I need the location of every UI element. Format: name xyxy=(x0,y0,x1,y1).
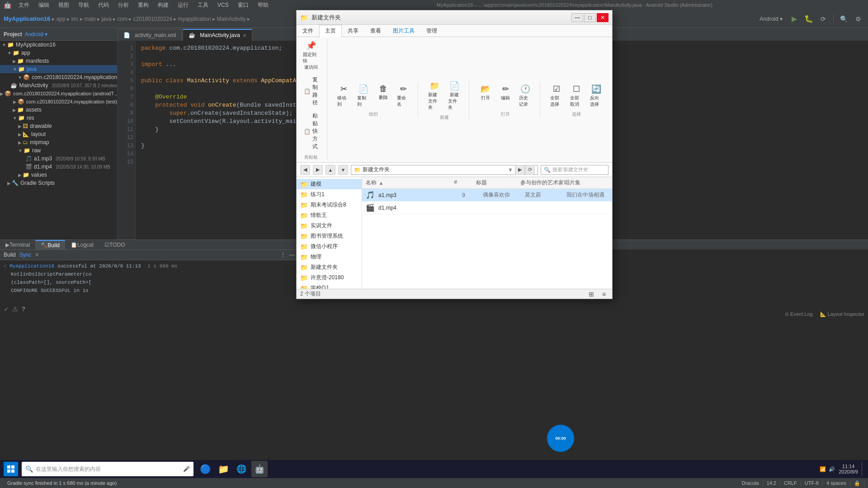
fm-rename-button[interactable]: ✏ 重命名 xyxy=(394,82,412,109)
fm-history-button[interactable]: 🕐 历史记录 xyxy=(516,82,534,109)
build-panel-menu-icon[interactable]: ⋮ xyxy=(280,252,286,258)
status-line-col[interactable]: 14:2 xyxy=(763,480,780,486)
menu-view[interactable]: 视图 xyxy=(57,0,71,10)
fm-sidebar-item-jianzhu[interactable]: 📁 建模 xyxy=(297,179,362,189)
fm-forward-button[interactable]: ▶ xyxy=(313,165,323,175)
sync-label[interactable]: Sync xyxy=(19,252,32,258)
fm-close-button[interactable]: ✕ xyxy=(597,13,609,22)
fm-recent-button[interactable]: ▼ xyxy=(338,165,348,175)
build-panel-minimize-icon[interactable]: — xyxy=(289,252,295,258)
fm-tab-view[interactable]: 查看 xyxy=(364,25,387,37)
run-button[interactable]: ▶ xyxy=(788,13,801,25)
menu-window[interactable]: 窗口 xyxy=(236,0,250,10)
tab-activity-main-xml[interactable]: 📄 activity_main.xml xyxy=(118,29,182,41)
fm-delete-button[interactable]: 🗑 删除 xyxy=(374,82,392,109)
fm-sidebar-item-newdir[interactable]: 📁 新建文件夹 xyxy=(297,262,362,272)
voice-search-icon[interactable]: 🎤 xyxy=(183,466,190,472)
tree-mipmap[interactable]: ▶ 🗂 mipmap xyxy=(0,138,117,146)
fm-copy-path-button[interactable]: 📋 复制路径 xyxy=(300,74,321,108)
fm-edit-button[interactable]: ✏ 编辑 xyxy=(496,82,514,109)
fm-sidebar-item-qingge[interactable]: 📁 情歌王 xyxy=(297,210,362,221)
tab-terminal[interactable]: ▶ Terminal xyxy=(0,240,35,249)
menu-help[interactable]: 帮助 xyxy=(256,0,270,10)
event-log-link[interactable]: ⊙ Event Log xyxy=(785,311,813,317)
tree-res[interactable]: ▼ 📁 res xyxy=(0,114,117,122)
taskbar-explorer[interactable]: 📁 xyxy=(215,461,231,477)
col-artist[interactable]: 参与创作的艺术家 xyxy=(520,179,565,187)
fm-select-none-button[interactable]: ☐ 全部取消 xyxy=(567,82,585,109)
col-album[interactable]: 唱片集 xyxy=(564,179,609,187)
tab-mainactivity-java[interactable]: ☕ MainActivity.java ✕ xyxy=(183,29,252,41)
tab-logcat[interactable]: 📋 Logcat xyxy=(65,240,99,249)
fm-tab-manage[interactable]: 管理 xyxy=(420,25,443,37)
tree-values[interactable]: ▶ 📁 values xyxy=(0,171,117,179)
fm-sidebar-item-lianxi[interactable]: 📁 练习1 xyxy=(297,189,362,200)
menu-file[interactable]: 文件 xyxy=(17,0,31,10)
search-everywhere-button[interactable]: 🔍 xyxy=(837,13,850,25)
tree-a1mp3[interactable]: 🎵 a1.mp3 2020/8/9 10:59, 8.93 MB xyxy=(0,155,117,163)
fm-invert-select-button[interactable]: 🔄 反向选择 xyxy=(587,82,605,109)
sync-button[interactable]: ⟳ xyxy=(817,13,830,25)
fm-file-row-a1mp3[interactable]: 🎵 a1.mp3 9 偶像喜欢你 莫文蔚 我们在中场相遇 xyxy=(362,189,612,202)
fm-open-button[interactable]: 📂 打开 xyxy=(476,82,495,109)
show-desktop-button[interactable] xyxy=(862,462,864,476)
fm-refresh-button[interactable]: ⟳ xyxy=(525,165,535,175)
taskbar-cortana[interactable]: 🔵 xyxy=(197,461,213,477)
tree-com-package[interactable]: ▼ 📦 com.c201801020224.myapplication xyxy=(0,73,117,81)
tab-build[interactable]: 🔨 Build xyxy=(35,240,65,249)
fm-pin-button[interactable]: 📌 固定到快 速访问 xyxy=(300,39,321,72)
sync-close-icon[interactable]: ✕ xyxy=(35,252,39,258)
tab-close-button[interactable]: ✕ xyxy=(243,33,246,38)
fm-tab-file[interactable]: 文件 xyxy=(297,25,319,37)
fm-sidebar-item-xu[interactable]: 📁 许意澄-20180 xyxy=(297,272,362,283)
fm-grid-view-button[interactable]: ⊞ xyxy=(587,290,596,299)
fm-select-all-button[interactable]: ☑ 全部选择 xyxy=(547,82,566,109)
col-title[interactable]: 标题 xyxy=(476,179,520,187)
taskbar-search-box[interactable]: 🔍 在这里输入你想搜索的内容 🎤 xyxy=(22,462,193,476)
menu-vcs[interactable]: VCS xyxy=(216,1,231,9)
fm-new-folder-button[interactable]: 📁 新建文件夹 xyxy=(425,79,443,113)
fm-back-button[interactable]: ◀ xyxy=(300,165,310,175)
fm-sidebar-item-xuexiaooj[interactable]: 📁 学校OJ xyxy=(297,283,362,289)
status-line-ending[interactable]: CRLF xyxy=(780,480,801,486)
fm-sidebar-item-wechat[interactable]: 📁 微信小程序 xyxy=(297,241,362,252)
taskbar-android-studio[interactable]: 🤖 xyxy=(251,461,268,477)
tree-raw[interactable]: ▼ 📁 raw xyxy=(0,146,117,155)
tree-com-test[interactable]: ▶ 📦 com.c201801020224.myapplication (tes… xyxy=(0,98,117,106)
fm-copy-button[interactable]: 📄 复制到 xyxy=(354,82,373,109)
fm-sidebar-item-qimo1[interactable]: 📁 期末考试综合8 xyxy=(297,200,362,210)
tree-mainactivity[interactable]: ☕ MainActivity 2020/8/9 10:57, 357 B 2 m… xyxy=(0,81,117,89)
tree-app[interactable]: ▼ 📁 app xyxy=(0,49,117,57)
android-view-selector[interactable]: Android ▾ xyxy=(25,31,48,38)
tree-assets[interactable]: ▶ 📁 assets xyxy=(0,106,117,114)
fm-minimize-button[interactable]: — xyxy=(571,13,583,22)
settings-button[interactable]: ⚙ xyxy=(852,13,864,25)
tree-d1mp4[interactable]: 🎬 d1.mp4 2020/5/18 14:30, 10.09 MB xyxy=(0,163,117,171)
status-indent[interactable]: 4 spaces xyxy=(823,480,850,486)
fm-move-button[interactable]: ✂ 移动到 xyxy=(335,82,353,109)
address-dropdown-icon[interactable]: ▼ xyxy=(508,167,513,173)
tree-java[interactable]: ▼ 📁 java xyxy=(0,65,117,73)
menu-tools[interactable]: 工具 xyxy=(196,0,210,10)
tree-com-androidtest[interactable]: ▶ 📦 com.c201801020224.myapplication (and… xyxy=(0,89,117,98)
tab-todo[interactable]: ☑ TODO xyxy=(99,240,130,249)
col-number[interactable]: # xyxy=(454,179,476,187)
menu-refactor[interactable]: 重构 xyxy=(136,0,151,10)
col-name[interactable]: 名称 ▲ xyxy=(366,179,454,187)
status-encoding[interactable]: UTF-8 xyxy=(801,480,823,486)
fm-sidebar-item-wuli[interactable]: 📁 物理 xyxy=(297,252,362,262)
taskbar-chrome[interactable]: 🌐 xyxy=(233,461,250,477)
fm-tab-tools[interactable]: 图片工具 xyxy=(387,25,420,37)
fm-sidebar-item-library[interactable]: 📁 图书管理系统 xyxy=(297,231,362,241)
menu-build[interactable]: 构建 xyxy=(156,0,170,10)
menu-navigate[interactable]: 导航 xyxy=(76,0,91,10)
menu-analyze[interactable]: 分析 xyxy=(116,0,131,10)
menu-edit[interactable]: 编辑 xyxy=(37,0,51,10)
fm-up-button[interactable]: ▲ xyxy=(326,165,335,175)
fm-tab-home[interactable]: 主页 xyxy=(319,25,342,37)
fm-paste-shortcut-button[interactable]: 📋 粘贴快方式 xyxy=(300,110,321,152)
fm-maximize-button[interactable]: □ xyxy=(584,13,596,22)
start-button[interactable] xyxy=(4,462,18,476)
debug-button[interactable]: 🐛 xyxy=(802,13,815,25)
fm-sidebar-item-shixun[interactable]: 📁 实训文件 xyxy=(297,221,362,231)
